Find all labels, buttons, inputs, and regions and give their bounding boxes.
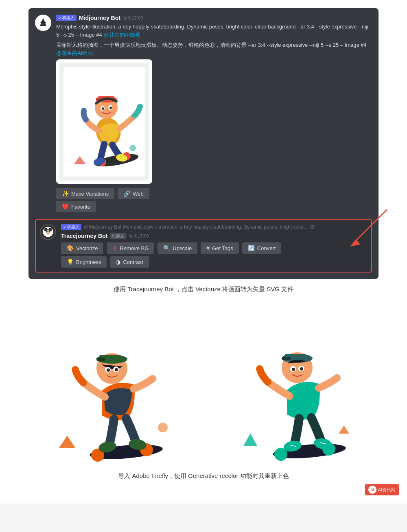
convert-label: Convert — [257, 245, 276, 251]
message-2-compact-header: ✓ 机器人 @Midjourney Bot Memphis style illu… — [61, 224, 367, 230]
web-label: Web — [133, 191, 144, 197]
svg-point-38 — [107, 368, 110, 372]
badge-robot-label: 机器人 — [62, 15, 74, 21]
convert-button[interactable]: 🔄 Convert — [242, 242, 282, 254]
svg-point-39 — [115, 368, 118, 371]
mention-link-cn[interactable]: @花生的AI绘画 — [56, 50, 93, 56]
svg-rect-50 — [282, 357, 291, 360]
vectorize-button[interactable]: 🎨 Vectorize — [61, 242, 103, 254]
favorite-button[interactable]: ❤️ Favorite — [56, 201, 96, 212]
contrast-label: Contrast — [123, 259, 143, 265]
svg-point-14 — [102, 107, 104, 110]
svg-point-43 — [158, 423, 168, 432]
convert-icon: 🔄 — [248, 245, 255, 251]
tracejourney-bot-name: Tracejourney Bot — [61, 233, 107, 239]
midjourney-avatar — [35, 15, 51, 31]
get-tags-button[interactable]: # Get Tags — [201, 242, 239, 254]
brightness-icon: 💡 — [67, 259, 74, 265]
svg-marker-60 — [339, 425, 349, 434]
skater-image-container — [56, 59, 152, 184]
upscale-icon: 🔍 — [163, 245, 170, 251]
illustration-right — [216, 310, 370, 464]
message-1-prompt: Memphis style illustration, a boy happil… — [56, 23, 372, 39]
bot-check-badge: ✓ 机器人 — [56, 15, 77, 21]
variations-icon: ✨ — [62, 190, 69, 197]
illustrations-section: 导入 Adobe Firefly，使用 Generative recolor 功… — [0, 301, 407, 504]
message-2-content: ✓ 机器人 @Midjourney Bot Memphis style illu… — [61, 224, 367, 268]
check-icon: ✓ — [58, 16, 61, 20]
svg-marker-42 — [59, 436, 75, 448]
tracejourney-avatar — [40, 224, 56, 240]
message-1-prompt-cn: 孟菲斯风格的插图，一个男孩快乐地玩滑板。动态姿势，鲜艳的色彩，清晰的背景 --a… — [56, 41, 372, 57]
message-2-highlighted: ✓ 机器人 @Midjourney Bot Memphis style illu… — [35, 219, 372, 273]
bottom-caption: 导入 Adobe Firefly，使用 Generative recolor 功… — [110, 472, 297, 480]
brightness-label: Brightness — [76, 259, 101, 265]
svg-rect-35 — [96, 358, 105, 361]
web-button[interactable]: 🔗 Web — [118, 188, 149, 199]
watermark-logo: AI — [368, 486, 376, 494]
upscale-label: Upscale — [173, 245, 192, 251]
watermark-text: AI资讯网 — [378, 487, 396, 493]
message2-robot-badge: 机器人 — [110, 233, 126, 239]
discord-panel: ✓ 机器人 Midjourney Bot 今天17:09 Memphis sty… — [28, 8, 379, 279]
top-caption: 使用 Tracejourney Bot ，点击 Vectorize 将画面转为矢… — [105, 286, 302, 293]
removebg-icon: ✕ — [112, 245, 117, 251]
message-1: ✓ 机器人 Midjourney Bot 今天17:09 Memphis sty… — [35, 15, 372, 214]
contrast-button[interactable]: ◑ Contrast — [110, 256, 149, 268]
message2-check-icon: ✓ — [63, 225, 66, 229]
action-buttons-row2: ❤️ Favorite — [56, 201, 372, 212]
svg-point-54 — [300, 367, 303, 371]
removebg-label: Remove BG — [120, 245, 149, 251]
message2-image-icon: 🖼 — [310, 225, 315, 229]
upscale-button[interactable]: 🔍 Upscale — [158, 242, 197, 254]
contrast-icon: ◑ — [116, 259, 120, 265]
vectorize-icon: 🎨 — [67, 245, 74, 251]
message-1-content: ✓ 机器人 Midjourney Bot 今天17:09 Memphis sty… — [56, 15, 372, 214]
mention-link[interactable]: @花生的AI绘画 — [103, 32, 140, 38]
message-2-header: Tracejourney Bot 机器人 今天17:09 — [61, 233, 367, 239]
svg-point-15 — [109, 107, 112, 109]
skater-image — [59, 63, 149, 181]
action-buttons-row1: ✨ Make Variations 🔗 Web — [56, 188, 372, 199]
brightness-button[interactable]: 💡 Brightness — [61, 256, 107, 268]
message2-bot-check-badge: ✓ 机器人 — [61, 224, 81, 230]
message-2-timestamp: 今天17:09 — [129, 233, 149, 239]
remove-bg-button[interactable]: ✕ Remove BG — [107, 242, 154, 254]
discord-wrapper: ✓ 机器人 Midjourney Bot 今天17:09 Memphis sty… — [28, 0, 379, 279]
message-1-header: ✓ 机器人 Midjourney Bot 今天17:09 — [56, 15, 372, 21]
variations-label: Make Variations — [71, 191, 109, 197]
favorite-label: Favorite — [71, 204, 90, 210]
svg-marker-59 — [243, 434, 257, 446]
midjourney-bot-name: Midjourney Bot — [79, 15, 120, 21]
watermark: AI AI资讯网 — [365, 484, 399, 495]
make-variations-button[interactable]: ✨ Make Variations — [56, 188, 114, 199]
watermark-logo-text: AI — [370, 488, 374, 492]
vectorize-label: Vectorize — [76, 245, 98, 251]
svg-point-53 — [292, 368, 295, 371]
svg-point-26 — [48, 231, 50, 233]
page-wrapper: ✓ 机器人 Midjourney Bot 今天17:09 Memphis sty… — [0, 0, 407, 504]
svg-point-17 — [129, 145, 136, 151]
message2-mention: @Midjourney Bot Memphis style illustrati… — [84, 224, 308, 230]
web-icon: 🔗 — [123, 190, 130, 197]
message-1-timestamp: 今天17:09 — [123, 15, 143, 21]
illustration-left — [37, 310, 191, 464]
tracejourney-buttons-row1: 🎨 Vectorize ✕ Remove BG 🔍 Upscale # — [61, 242, 367, 254]
favorite-icon: ❤️ — [62, 203, 69, 210]
illustrations-row — [0, 310, 407, 464]
image-label: – Image #4 — [76, 32, 104, 38]
gettags-label: Get Tags — [212, 245, 233, 251]
message2-badge-robot: 机器人 — [67, 224, 79, 230]
svg-point-25 — [46, 231, 48, 233]
gettags-icon: # — [206, 245, 210, 251]
tracejourney-buttons-row2: 💡 Brightness ◑ Contrast — [61, 256, 367, 268]
